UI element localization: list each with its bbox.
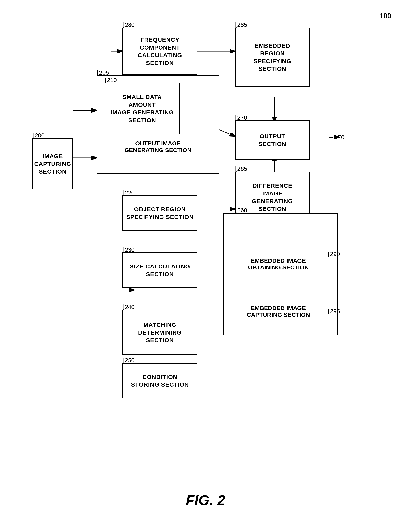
figure-number: 100: [379, 12, 391, 20]
ref-170: →170: [328, 134, 344, 141]
ref-285: ⌊285: [235, 21, 247, 28]
figure-label: FIG. 2: [186, 492, 225, 508]
ref-240: ⌊240: [122, 303, 135, 310]
image-capturing-box: IMAGECAPTURINGSECTION: [32, 138, 73, 189]
ref-220: ⌊220: [122, 189, 135, 196]
object-region-box: OBJECT REGIONSPECIFYING SECTION: [122, 195, 197, 231]
output-image-label: OUTPUT IMAGEGENERATING SECTION: [99, 140, 217, 153]
ref-250: ⌊250: [122, 357, 135, 363]
embedded-obtaining-label: EMBEDDED IMAGEOBTAINING SECTION: [225, 257, 332, 271]
ref-265: ⌊265: [235, 165, 247, 172]
ref-260: ⌊260: [235, 207, 247, 214]
condition-storing-box: CONDITIONSTORING SECTION: [122, 363, 197, 399]
embedded-obtain-outer: [223, 213, 338, 298]
page: 100: [0, 0, 411, 532]
ref-270: ⌊270: [235, 114, 247, 121]
ref-205: ⌊205: [97, 69, 109, 76]
ref-280: ⌊280: [122, 21, 135, 28]
embedded-capturing-label: EMBEDDED IMAGECAPTURING SECTION: [225, 305, 332, 318]
output-section-box: OUTPUTSECTION: [235, 120, 310, 160]
ref-290: ⌊290: [328, 250, 340, 257]
embedded-region-box: EMBEDDEDREGIONSPECIFYINGSECTION: [235, 28, 310, 87]
small-data-box: SMALL DATAAMOUNTIMAGE GENERATINGSECTION: [105, 83, 180, 134]
matching-box: MATCHINGDETERMININGSECTION: [122, 310, 197, 355]
size-calc-box: SIZE CALCULATINGSECTION: [122, 253, 197, 288]
freq-component-box: FREQUENCY COMPONENT CALCULATING SECTION: [122, 28, 197, 75]
ref-200: ⌊200: [32, 132, 45, 139]
ref-230: ⌊230: [122, 246, 135, 253]
ref-210: ⌊210: [105, 76, 117, 84]
